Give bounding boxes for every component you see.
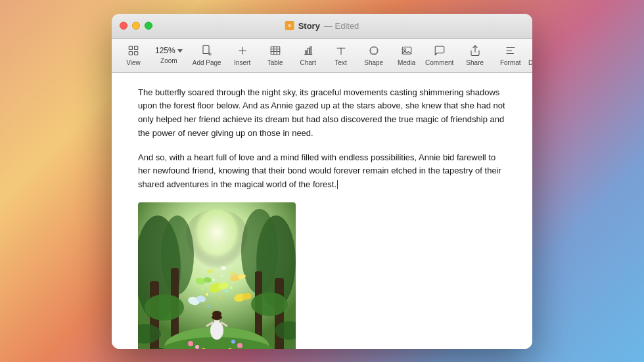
- svg-rect-18: [305, 51, 306, 55]
- svg-rect-19: [308, 48, 309, 55]
- svg-point-74: [225, 290, 228, 292]
- zoom-value-row: 125%: [155, 46, 183, 55]
- traffic-lights: [120, 22, 152, 30]
- svg-point-48: [231, 340, 235, 344]
- svg-point-76: [219, 297, 221, 299]
- shape-icon: [367, 44, 380, 57]
- zoom-value: 125%: [155, 46, 175, 55]
- media-button[interactable]: Media: [390, 41, 423, 69]
- table-icon: [269, 44, 282, 57]
- text-icon: [334, 44, 348, 57]
- document-button[interactable]: Document: [527, 41, 532, 69]
- comment-icon: [433, 44, 446, 57]
- media-icon: [400, 44, 413, 57]
- svg-rect-54: [214, 319, 219, 331]
- insert-button[interactable]: Insert: [226, 41, 259, 69]
- format-icon: [504, 44, 517, 57]
- text-button[interactable]: Text: [325, 41, 357, 69]
- svg-point-26: [403, 49, 405, 51]
- svg-point-79: [221, 275, 223, 277]
- svg-rect-5: [135, 46, 138, 49]
- share-label: Share: [466, 59, 484, 66]
- minimize-button[interactable]: [132, 22, 140, 30]
- svg-point-72: [230, 271, 237, 275]
- shape-label: Shape: [364, 59, 383, 66]
- add-page-button[interactable]: Add Page: [191, 41, 223, 69]
- svg-point-78: [231, 287, 233, 289]
- svg-point-45: [188, 341, 193, 346]
- svg-point-75: [213, 279, 215, 281]
- paragraph-1[interactable]: The butterfly soared through the night s…: [138, 86, 506, 141]
- svg-rect-0: [287, 23, 292, 28]
- page[interactable]: The butterfly soared through the night s…: [112, 73, 532, 349]
- paragraph-2-text: And so, with a heart full of love and a …: [138, 152, 501, 190]
- close-button[interactable]: [120, 22, 127, 30]
- toolbar: View 125% Zoom Add Page: [112, 39, 532, 73]
- chart-label: Chart: [300, 59, 315, 66]
- zoom-control[interactable]: 125% Zoom: [150, 43, 188, 67]
- title-bar: Story — Edited: [112, 14, 532, 39]
- document-label: Document: [528, 59, 532, 66]
- paragraph-2[interactable]: And so, with a heart full of love and a …: [138, 151, 506, 192]
- svg-rect-3: [129, 46, 132, 49]
- add-page-icon: [200, 44, 214, 57]
- format-button[interactable]: Format: [494, 41, 527, 69]
- chart-button[interactable]: Chart: [292, 41, 325, 69]
- document-area[interactable]: The butterfly soared through the night s…: [112, 73, 532, 349]
- add-page-label: Add Page: [193, 59, 221, 66]
- share-icon: [469, 44, 482, 57]
- svg-point-47: [237, 343, 242, 348]
- svg-point-52: [251, 292, 288, 316]
- svg-rect-12: [271, 47, 280, 55]
- svg-point-70: [207, 269, 214, 273]
- svg-rect-7: [203, 46, 209, 54]
- table-label: Table: [267, 59, 283, 66]
- text-label: Text: [335, 59, 347, 66]
- table-button[interactable]: Table: [259, 41, 292, 69]
- svg-point-59: [212, 315, 222, 320]
- comment-label: Comment: [425, 59, 453, 66]
- share-button[interactable]: Share: [459, 41, 492, 69]
- media-label: Media: [398, 59, 415, 66]
- svg-rect-20: [310, 47, 311, 55]
- svg-point-51: [145, 294, 184, 321]
- svg-point-73: [206, 293, 208, 296]
- document-icon: [285, 21, 294, 30]
- view-label: View: [126, 59, 141, 66]
- zoom-label: Zoom: [160, 57, 177, 64]
- app-window: Story — Edited View 125% Zoom: [112, 14, 532, 349]
- insert-icon: [236, 44, 249, 57]
- format-label: Format: [500, 59, 521, 66]
- view-button[interactable]: View: [117, 41, 150, 69]
- window-title: Story: [298, 21, 320, 31]
- title-bar-center: Story — Edited: [285, 21, 359, 31]
- chart-icon: [302, 44, 315, 57]
- svg-rect-6: [135, 52, 138, 55]
- view-icon: [127, 44, 140, 57]
- story-image: [138, 202, 296, 348]
- svg-point-71: [221, 266, 226, 270]
- svg-rect-24: [371, 48, 377, 54]
- window-subtitle: — Edited: [324, 21, 359, 31]
- maximize-button[interactable]: [145, 22, 152, 30]
- comment-button[interactable]: Comment: [423, 41, 456, 69]
- insert-label: Insert: [234, 59, 250, 66]
- svg-rect-4: [129, 52, 132, 55]
- svg-point-80: [207, 305, 210, 307]
- svg-point-77: [202, 288, 204, 290]
- text-cursor: [337, 180, 338, 189]
- shape-button[interactable]: Shape: [357, 41, 390, 69]
